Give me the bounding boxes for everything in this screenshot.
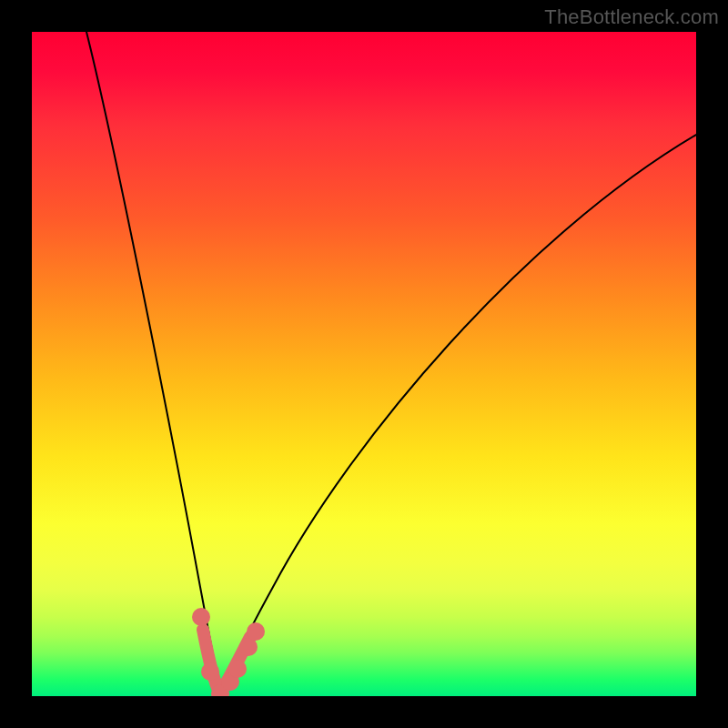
highlight-dot [228, 660, 247, 678]
chart-frame: TheBottleneck.com [0, 0, 728, 728]
highlight-dot [192, 608, 210, 626]
watermark-text: TheBottleneck.com [544, 5, 719, 29]
curve-svg [32, 32, 696, 696]
curve-highlight-segment [203, 630, 250, 693]
curve-right-branch [220, 135, 696, 693]
curve-left-branch [86, 32, 220, 693]
highlight-dot [211, 684, 229, 696]
plot-area [32, 32, 696, 696]
highlight-dot [239, 638, 258, 656]
highlight-dot [221, 672, 239, 691]
highlight-dot [201, 662, 219, 681]
highlight-dot [247, 622, 265, 641]
